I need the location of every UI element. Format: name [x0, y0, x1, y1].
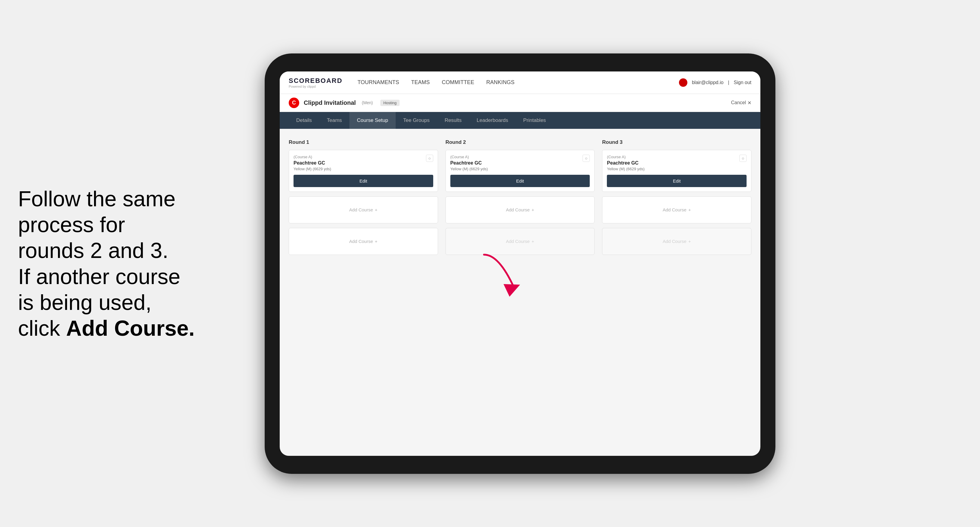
- round-3-add-course-1[interactable]: Add Course +: [602, 196, 751, 224]
- course-a-label-3: (Course A): [607, 155, 644, 159]
- logo-text: SCOREBOARD: [289, 77, 342, 85]
- course-card-header: (Course A) Peachtree GC Yellow (M) (6629…: [294, 155, 433, 171]
- instruction-bold: Add Course.: [66, 316, 195, 340]
- round-2-edit-button[interactable]: Edit: [450, 175, 590, 187]
- round-1-add-course-1[interactable]: Add Course +: [289, 196, 438, 224]
- tab-printables[interactable]: Printables: [516, 112, 554, 129]
- course-name: Peachtree GC: [294, 160, 331, 166]
- instruction-line6: click: [18, 316, 66, 340]
- sub-header: C Clippd Invitational (Men) Hosting Canc…: [280, 94, 760, 112]
- plus-icon-r3: +: [688, 207, 691, 212]
- tablet-device: SCOREBOARD Powered by clippd TOURNAMENTS…: [265, 54, 775, 474]
- brand-logo: C: [289, 98, 299, 108]
- sign-out-link[interactable]: Sign out: [733, 80, 751, 85]
- nav-rankings[interactable]: RANKINGS: [487, 78, 515, 87]
- course-details-2: Yellow (M) (6629 yds): [450, 167, 488, 171]
- round-1-edit-button[interactable]: Edit: [294, 175, 433, 187]
- round-3-course-card: (Course A) Peachtree GC Yellow (M) (6629…: [602, 150, 751, 192]
- course-delete-button-3[interactable]: ○: [739, 155, 746, 162]
- tab-tee-groups[interactable]: Tee Groups: [396, 112, 437, 129]
- round-3-section: Round 3 (Course A) Peachtree GC Yellow (…: [602, 139, 751, 259]
- content-area: Round 1 (Course A) Peachtree GC Yellow (…: [280, 129, 760, 456]
- course-card-header-3: (Course A) Peachtree GC Yellow (M) (6629…: [607, 155, 746, 171]
- course-name-2: Peachtree GC: [450, 160, 488, 166]
- plus-icon-2: +: [375, 239, 378, 244]
- nav-links: TOURNAMENTS TEAMS COMMITTEE RANKINGS: [358, 78, 679, 87]
- round-3-add-course-2: Add Course +: [602, 228, 751, 255]
- plus-icon: +: [375, 207, 378, 212]
- course-info: (Course A) Peachtree GC Yellow (M) (6629…: [294, 155, 331, 171]
- add-course-label-r3-2: Add Course: [663, 239, 686, 244]
- instruction-line2: process for: [18, 213, 125, 237]
- tablet-screen: SCOREBOARD Powered by clippd TOURNAMENTS…: [280, 71, 760, 456]
- instruction-text: Follow the same process for rounds 2 and…: [18, 186, 222, 341]
- tab-details[interactable]: Details: [289, 112, 319, 129]
- tournament-name: Clippd Invitational: [304, 99, 356, 106]
- nav-separator: |: [728, 80, 729, 85]
- round-2-add-course-2: Add Course +: [445, 228, 595, 255]
- course-a-label: (Course A): [294, 155, 331, 159]
- add-course-label-r3: Add Course: [663, 207, 686, 212]
- logo-sub: Powered by clippd: [289, 85, 342, 88]
- round-2-add-course-1[interactable]: Add Course +: [445, 196, 595, 224]
- add-course-label: Add Course: [349, 207, 373, 212]
- course-info-3: (Course A) Peachtree GC Yellow (M) (6629…: [607, 155, 644, 171]
- course-details-3: Yellow (M) (6629 yds): [607, 167, 644, 171]
- round-1-course-card: (Course A) Peachtree GC Yellow (M) (6629…: [289, 150, 438, 192]
- round-3-edit-button[interactable]: Edit: [607, 175, 746, 187]
- course-info-2: (Course A) Peachtree GC Yellow (M) (6629…: [450, 155, 488, 171]
- sub-header-left: C Clippd Invitational (Men) Hosting: [289, 98, 399, 108]
- nav-tournaments[interactable]: TOURNAMENTS: [358, 78, 399, 87]
- plus-icon-r2-2: +: [531, 239, 534, 244]
- add-course-label-r2: Add Course: [506, 207, 530, 212]
- instruction-line4: If another course: [18, 265, 180, 289]
- round-2-course-card: (Course A) Peachtree GC Yellow (M) (6629…: [445, 150, 595, 192]
- tab-teams[interactable]: Teams: [319, 112, 349, 129]
- course-details: Yellow (M) (6629 yds): [294, 167, 331, 171]
- user-email: blair@clippd.io: [692, 80, 724, 85]
- hosting-badge: Hosting: [380, 100, 399, 106]
- round-1-section: Round 1 (Course A) Peachtree GC Yellow (…: [289, 139, 438, 259]
- instruction-line5: is being used,: [18, 290, 151, 314]
- rounds-grid: Round 1 (Course A) Peachtree GC Yellow (…: [289, 139, 751, 259]
- course-name-3: Peachtree GC: [607, 160, 644, 166]
- nav-right: blair@clippd.io | Sign out: [679, 78, 751, 87]
- nav-teams[interactable]: TEAMS: [411, 78, 430, 87]
- add-course-label-r2-2: Add Course: [506, 239, 530, 244]
- tournament-gender: (Men): [362, 100, 373, 105]
- plus-icon-r2: +: [531, 207, 534, 212]
- round-2-section: Round 2 (Course A) Peachtree GC Yellow (…: [445, 139, 595, 259]
- round-1-label: Round 1: [289, 139, 438, 145]
- course-card-header-2: (Course A) Peachtree GC Yellow (M) (6629…: [450, 155, 590, 171]
- page-wrapper: Follow the same process for rounds 2 and…: [0, 0, 980, 527]
- tab-results[interactable]: Results: [437, 112, 469, 129]
- round-3-label: Round 3: [602, 139, 751, 145]
- tab-bar: Details Teams Course Setup Tee Groups Re…: [280, 112, 760, 129]
- top-nav: SCOREBOARD Powered by clippd TOURNAMENTS…: [280, 71, 760, 94]
- tab-course-setup[interactable]: Course Setup: [349, 112, 396, 129]
- tab-leaderboards[interactable]: Leaderboards: [469, 112, 516, 129]
- add-course-label-2: Add Course: [349, 239, 373, 244]
- course-a-label-2: (Course A): [450, 155, 488, 159]
- round-1-add-course-2[interactable]: Add Course +: [289, 228, 438, 255]
- plus-icon-r3-2: +: [688, 239, 691, 244]
- scoreboard-logo: SCOREBOARD Powered by clippd: [289, 77, 342, 88]
- nav-committee[interactable]: COMMITTEE: [442, 78, 474, 87]
- cancel-button[interactable]: Cancel ✕: [731, 100, 751, 106]
- course-delete-button[interactable]: ○: [426, 155, 433, 162]
- round-2-label: Round 2: [445, 139, 595, 145]
- course-delete-button-2[interactable]: ○: [582, 155, 590, 162]
- instruction-line3: rounds 2 and 3.: [18, 238, 168, 262]
- instruction-line1: Follow the same: [18, 186, 175, 211]
- close-icon: ✕: [748, 100, 751, 106]
- user-avatar: [679, 78, 687, 87]
